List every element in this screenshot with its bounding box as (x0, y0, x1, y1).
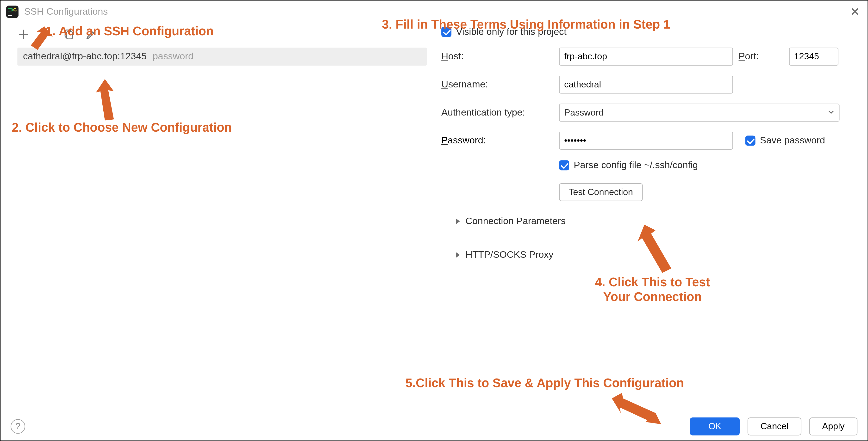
auth-type-value: Password (564, 108, 603, 118)
config-list: cathedral@frp-abc.top:12345 password (17, 47, 427, 66)
password-input[interactable] (559, 132, 733, 150)
cancel-button[interactable]: Cancel (748, 417, 801, 436)
password-label: Password: (441, 135, 554, 146)
svg-rect-4 (67, 32, 72, 39)
ok-button[interactable]: OK (690, 417, 740, 436)
visible-only-checkbox[interactable] (441, 27, 452, 37)
svg-rect-0 (6, 5, 19, 18)
username-input[interactable] (559, 76, 733, 94)
help-button[interactable]: ? (10, 419, 25, 434)
close-icon[interactable]: ✕ (850, 6, 860, 18)
host-input[interactable] (559, 47, 733, 66)
connection-parameters-expander[interactable]: Connection Parameters (456, 216, 851, 227)
titlebar: SSH Configurations ✕ (0, 0, 868, 21)
auth-type-label: Authentication type: (441, 107, 554, 118)
proxy-label: HTTP/SOCKS Proxy (465, 249, 553, 261)
auth-type-select[interactable]: Password (559, 104, 840, 122)
copy-config-button[interactable] (62, 28, 74, 40)
config-list-item[interactable]: cathedral@frp-abc.top:12345 password (17, 47, 427, 66)
connection-parameters-label: Connection Parameters (465, 216, 566, 227)
app-icon (6, 5, 19, 18)
svg-rect-2 (41, 34, 51, 35)
left-pane: cathedral@frp-abc.top:12345 password (0, 21, 430, 417)
parse-config-checkbox[interactable] (559, 160, 569, 170)
right-form: Visible only for this project Host: Port… (430, 21, 868, 417)
add-config-button[interactable] (17, 28, 30, 40)
footer: ? OK Cancel Apply (0, 417, 868, 441)
config-item-auth-tag: password (153, 51, 193, 62)
save-password-checkbox[interactable] (745, 136, 755, 146)
svg-rect-1 (8, 15, 12, 15)
port-label: Port: (739, 51, 784, 62)
remove-config-button[interactable] (40, 28, 52, 40)
edit-config-button[interactable] (85, 28, 97, 40)
window-title: SSH Configurations (24, 6, 108, 18)
host-label: Host: (441, 51, 554, 62)
parse-config-label: Parse config file ~/.ssh/config (574, 160, 698, 171)
save-password-label: Save password (760, 135, 825, 146)
proxy-expander[interactable]: HTTP/SOCKS Proxy (456, 249, 851, 261)
chevron-right-icon (456, 216, 460, 227)
apply-button[interactable]: Apply (809, 417, 858, 436)
test-connection-button[interactable]: Test Connection (559, 183, 643, 201)
chevron-right-icon (456, 249, 460, 261)
left-toolbar (17, 24, 427, 44)
chevron-down-icon (828, 108, 835, 118)
config-item-name: cathedral@frp-abc.top:12345 (23, 51, 147, 62)
visible-only-label: Visible only for this project (456, 26, 566, 38)
port-input[interactable] (789, 47, 838, 66)
username-label: Username: (441, 79, 554, 90)
